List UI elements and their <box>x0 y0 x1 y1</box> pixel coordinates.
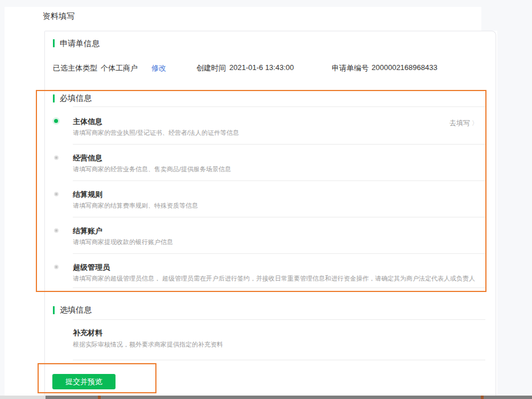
page-title: 资料填写 <box>43 11 75 22</box>
radio-unselected-icon <box>54 155 59 160</box>
radio-unselected-icon <box>54 192 59 196</box>
required-item-title: 超级管理员 <box>73 262 110 273</box>
go-fill-link[interactable]: 去填写〉 <box>449 118 478 128</box>
application-no-label: 申请单编号 <box>332 63 369 73</box>
required-item-desc: 请填写商家的超级管理员信息， 超级管理员需在开户后进行签约，并接收日常重要管理信… <box>73 274 475 283</box>
required-item-title: 结算规则 <box>73 190 102 200</box>
chevron-right-icon: 〉 <box>472 120 478 126</box>
radio-unselected-icon <box>54 265 59 269</box>
create-time-value: 2021-01-6 13:43:00 <box>229 63 294 72</box>
submit-preview-button[interactable]: 提交并预览 <box>52 374 116 389</box>
divider <box>73 319 485 320</box>
bottom-edge-bar <box>0 396 532 399</box>
required-item-desc: 请填写商家的结算费率规则、特殊资质等信息 <box>73 201 198 210</box>
required-item-desc: 请填写商家的经营业务信息、售卖商品/提供服务场景信息 <box>73 165 231 174</box>
radio-unselected-icon <box>54 228 59 233</box>
panel-top-right-gap <box>481 7 497 31</box>
modify-link[interactable]: 修改 <box>151 63 166 73</box>
required-item-desc: 请填写商家提现收款的银行账户信息 <box>73 238 173 246</box>
divider <box>73 180 485 181</box>
required-item-title: 主体信息 <box>73 117 102 127</box>
subject-type-value: 个体工商户 <box>101 63 138 73</box>
required-item-settlement-rules[interactable]: 结算规则 请填写商家的结算费率规则、特殊资质等信息 <box>45 190 496 218</box>
section-accent-bar <box>53 94 55 102</box>
section-title-application-info: 申请单信息 <box>60 39 100 49</box>
required-item-title: 结算账户 <box>73 226 102 236</box>
section-title-required-info: 必填信息 <box>60 93 92 104</box>
bottom-edge-bar-light <box>0 396 46 399</box>
divider <box>73 253 485 254</box>
divider <box>73 217 485 217</box>
optional-item-desc: 根据实际审核情况，额外要求商家提供指定的补充资料 <box>73 340 223 349</box>
section-title-optional-info: 选填信息 <box>60 305 92 315</box>
divider <box>73 106 485 107</box>
required-item-business-info[interactable]: 经营信息 请填写商家的经营业务信息、售卖商品/提供服务场景信息 <box>45 153 496 182</box>
required-item-subject-info[interactable]: 主体信息 请填写商家的营业执照/登记证书、经营者/法人的证件等信息 去填写〉 <box>45 117 496 145</box>
optional-item-title: 补充材料 <box>73 328 102 338</box>
divider <box>73 360 485 360</box>
bottom-edge-tick <box>481 396 484 399</box>
bottom-edge-tick <box>98 396 101 399</box>
required-item-settlement-account[interactable]: 结算账户 请填写商家提现收款的银行账户信息 <box>45 226 496 254</box>
required-item-title: 经营信息 <box>73 153 102 163</box>
required-item-desc: 请填写商家的营业执照/登记证书、经营者/法人的证件等信息 <box>73 129 239 137</box>
section-accent-bar <box>53 39 55 47</box>
divider <box>73 287 485 288</box>
radio-selected-icon <box>52 117 60 125</box>
section-accent-bar <box>53 306 55 314</box>
create-time-label: 创建时间 <box>196 63 226 73</box>
application-no-value: 2000002168968433 <box>372 63 438 72</box>
divider <box>73 144 485 145</box>
subject-type-label: 已选主体类型 <box>53 63 97 73</box>
required-item-super-admin[interactable]: 超级管理员 请填写商家的超级管理员信息， 超级管理员需在开户后进行签约，并接收日… <box>45 262 496 291</box>
